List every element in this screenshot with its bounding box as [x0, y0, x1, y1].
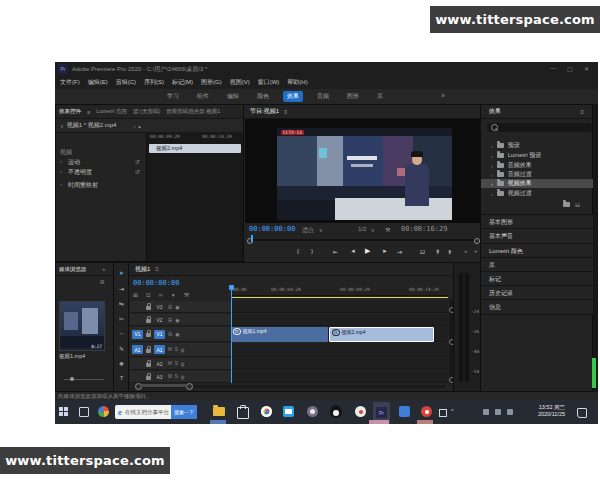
chevron-down-icon[interactable]: ∨ [60, 123, 64, 129]
chevron-right-icon[interactable]: › [491, 191, 493, 197]
timeline-playhead-line[interactable] [231, 287, 232, 383]
menu-sequence[interactable]: 序列(S) [144, 78, 164, 87]
effect-time-remapping[interactable]: 时间重映射 [68, 181, 98, 190]
tab-audio-clip-mixer[interactable]: 音频剪辑混合器:视频1 [166, 108, 220, 115]
weather-app-icon[interactable] [307, 406, 318, 417]
program-playhead[interactable] [251, 235, 253, 242]
file-explorer-icon[interactable] [213, 407, 225, 416]
track-name[interactable]: V3 [154, 302, 165, 311]
lock-icon[interactable] [146, 363, 151, 367]
workspace-tab-graphics[interactable]: 图形 [343, 91, 363, 102]
taskbar-clock[interactable]: 13:52 周三 2020/11/25 [523, 404, 565, 417]
track-lane-v2[interactable] [231, 314, 448, 326]
red-app-icon[interactable] [421, 406, 432, 417]
nest-icon[interactable]: ⊞ [133, 291, 138, 298]
chevron-right-icon[interactable]: › [491, 143, 493, 149]
chevron-right-icon[interactable]: › [491, 181, 493, 187]
tray-window-icon[interactable] [439, 409, 447, 417]
reset-icon[interactable]: ↺ [135, 158, 140, 165]
track-header-a2[interactable]: A2 M S ψ [130, 358, 231, 370]
blue-app-icon[interactable] [399, 406, 410, 417]
tab-markers[interactable]: 标记 [481, 271, 598, 286]
bin-lumetri-presets[interactable]: ›Lumetri 预设 [481, 151, 598, 160]
taskbar-search-box[interactable]: e 在线文档分享平台 搜索一下 [115, 405, 197, 419]
workspace-tab-libraries[interactable]: 库 [373, 91, 387, 102]
delete-icon[interactable]: ⊟ [575, 201, 580, 208]
close-button[interactable]: ✕ [584, 65, 589, 72]
pen-tool[interactable]: ✎ [114, 345, 129, 352]
timeline-clip-1[interactable]: fx 视频1.mp4 [231, 327, 328, 342]
voiceover-mic-icon[interactable]: ψ [181, 374, 185, 380]
source-patch-a1[interactable]: A1 [132, 345, 143, 354]
track-header-v1[interactable]: V1 V1 ⊟ ◉ [130, 327, 231, 342]
search-button[interactable]: 搜索一下 [171, 405, 197, 419]
menu-edit[interactable]: 编辑(E) [88, 78, 108, 87]
effects-search-box[interactable] [487, 123, 592, 132]
reset-icon[interactable]: ↺ [135, 168, 140, 175]
chevron-right-icon[interactable]: › [491, 172, 493, 178]
chevron-down-icon[interactable]: ∨ [319, 227, 323, 233]
mute-button[interactable]: M [168, 374, 172, 379]
tab-history[interactable]: 历史记录 [481, 285, 598, 300]
slip-tool[interactable]: ↔ [114, 330, 129, 336]
zoom-slider-handle[interactable] [70, 377, 74, 381]
track-header-v3[interactable]: V3 ⊟ ◉ [130, 301, 231, 313]
mute-button[interactable]: M [168, 361, 172, 366]
lock-icon[interactable] [146, 306, 151, 310]
minimize-button[interactable]: — [550, 65, 556, 71]
sync-lock-icon[interactable]: ⊟ [168, 317, 172, 323]
clip-filename[interactable]: 视频1.mp4 [59, 353, 85, 360]
go-to-out-button[interactable]: ⇥ [397, 248, 402, 255]
chevron-down-icon[interactable]: ∨ [371, 227, 375, 233]
timeline-playhead-head[interactable] [229, 285, 234, 290]
chevron-right-icon[interactable]: › [491, 163, 493, 169]
playback-resolution-dropdown[interactable]: 1/2 [358, 226, 366, 232]
solo-button[interactable]: S [175, 347, 178, 352]
workspace-tab-color[interactable]: 颜色 [253, 91, 273, 102]
collapse-icon[interactable]: ▴ [138, 123, 141, 129]
linked-selection-icon[interactable]: ∞ [159, 292, 163, 298]
lock-icon[interactable] [146, 333, 151, 337]
export-frame-button[interactable]: ⊡ [420, 248, 425, 255]
tab-media-browser[interactable]: 媒体浏览器 [59, 266, 99, 273]
source-patch-v1[interactable]: V1 [132, 330, 143, 339]
add-marker-icon[interactable]: ▼ [171, 292, 176, 298]
hscroll-right-handle[interactable] [186, 383, 193, 390]
menu-graphics[interactable]: 图形(G) [201, 78, 222, 87]
menu-view[interactable]: 视图(V) [230, 78, 250, 87]
selection-tool-active[interactable]: ➤ [114, 269, 129, 276]
workspace-tab-editing[interactable]: 编辑 [223, 91, 243, 102]
lift-button[interactable]: ⇞ [435, 248, 440, 255]
razor-tool[interactable]: ✂ [114, 315, 129, 322]
panel-menu-icon[interactable]: ≡ [87, 109, 90, 115]
track-header-a1[interactable]: A1 A1 M S ψ [130, 343, 231, 357]
track-name[interactable]: V2 [154, 315, 165, 324]
chevron-right-icon[interactable]: › [60, 181, 62, 187]
workspace-tab-audio[interactable]: 音频 [313, 91, 333, 102]
bin-audio-transitions[interactable]: ›音频过渡 [481, 170, 598, 179]
go-to-in-button[interactable]: ⇤ [333, 248, 338, 255]
start-button-windows-icon[interactable] [59, 407, 68, 416]
menu-clip[interactable]: 剪辑(C) [116, 78, 136, 87]
mute-button[interactable]: M [168, 347, 172, 352]
tab-effect-controls[interactable]: 效果控件 [59, 108, 81, 115]
tray-icon[interactable] [495, 409, 501, 415]
menu-help[interactable]: 帮助(H) [287, 78, 307, 87]
track-name[interactable]: A3 [154, 372, 165, 381]
chevron-right-icon[interactable]: › [491, 153, 493, 159]
workspace-tab-effects-active[interactable]: 效果 [283, 91, 303, 102]
track-header-a3[interactable]: A3 M S ψ [130, 371, 231, 383]
tray-icon[interactable] [483, 409, 489, 415]
solo-button[interactable]: S [175, 374, 178, 379]
mail-icon[interactable] [283, 406, 294, 417]
chevron-right-icon[interactable]: › [60, 168, 62, 174]
store-bag-icon[interactable] [237, 407, 249, 419]
tab-overflow-icon[interactable]: » [102, 266, 105, 272]
toggle-track-output-eye-icon[interactable]: ◉ [175, 331, 179, 337]
mark-out-button[interactable]: } [311, 248, 313, 254]
pinwheel-app-icon[interactable] [98, 406, 109, 417]
panel-menu-icon[interactable]: ≡ [155, 266, 159, 272]
panel-menu-icon[interactable]: ≡ [284, 109, 288, 115]
snap-icon[interactable]: Ω [146, 292, 151, 298]
tab-info[interactable]: 信息 [481, 299, 598, 315]
